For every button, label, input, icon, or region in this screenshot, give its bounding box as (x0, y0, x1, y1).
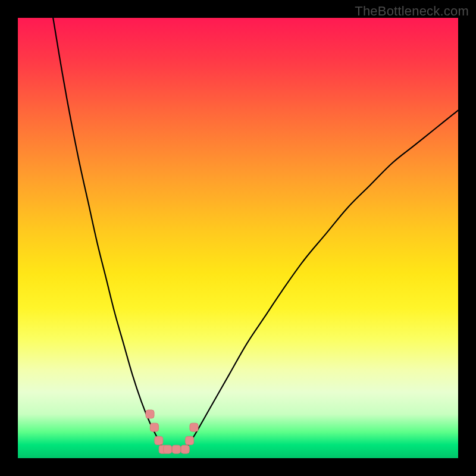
chart-frame: TheBottleneck.com (0, 0, 476, 476)
watermark-text: TheBottleneck.com (355, 4, 469, 19)
curve-left-branch (53, 18, 163, 449)
chart-svg (18, 18, 458, 458)
chart-plot-area (18, 18, 458, 458)
marker-point (150, 423, 158, 431)
curve-right-branch (185, 110, 458, 449)
highlight-markers (146, 410, 198, 453)
marker-point (190, 423, 198, 431)
marker-point (181, 445, 189, 453)
marker-point (186, 436, 194, 444)
marker-point (146, 410, 154, 418)
marker-point (172, 445, 180, 453)
marker-point (164, 445, 172, 453)
marker-point (155, 436, 163, 444)
